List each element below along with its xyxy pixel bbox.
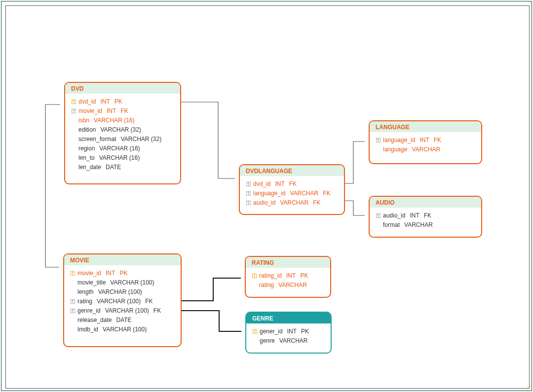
field-name: dvd_id (78, 98, 96, 105)
field-flag: FK (120, 107, 128, 114)
entity-body: ⚿dvd_idINTFK⚿language_idVARCHARFK⚿audio_… (240, 176, 344, 212)
entity-audio[interactable]: AUDIO⚿audio_idINTFKformatVARCHAR (369, 196, 482, 238)
field-flag: FK (313, 199, 320, 206)
field-row: ⚿rating_idINTPK (251, 271, 325, 280)
entity-genre[interactable]: GENRE⚿gener_idINTPKgenreVARCHAR (245, 312, 332, 354)
outer-frame: DVD⚿dvd_idINTPK⚿movie_idINTFKisbnVARCHAR… (1, 1, 532, 391)
field-type: VARCHAR (278, 282, 307, 288)
field-flag: FK (153, 307, 161, 314)
entity-body: ⚿movie_idINTPKmovie_titleVARCHAR (100)le… (64, 265, 181, 339)
field-row: ⚿language_idVARCHARFK (245, 188, 339, 198)
field-flag: PK (114, 98, 122, 105)
field-name: screen_format (78, 136, 116, 143)
field-type: DATE (116, 317, 131, 323)
fk-icon: ⚿ (69, 298, 76, 304)
field-type: VARCHAR (100) (103, 326, 147, 333)
field-row: len_dateDATE (70, 162, 175, 172)
field-type: VARCHAR (16) (94, 117, 134, 124)
field-row: ⚿audio_idINTFK (375, 211, 476, 220)
entity-body: ⚿gener_idINTPKgenreVARCHAR (246, 323, 331, 350)
field-type: VARCHAR (412, 146, 440, 153)
field-type: VARCHAR (100) (97, 298, 141, 305)
field-type: INT (275, 180, 284, 187)
field-name: movie_id (77, 270, 101, 277)
diagram-canvas: DVD⚿dvd_idINTPK⚿movie_idINTFKisbnVARCHAR… (5, 5, 530, 389)
field-row: lengthVARCHAR (100) (69, 287, 176, 296)
field-type: VARCHAR (16) (99, 154, 140, 161)
field-name: language (383, 146, 407, 153)
field-flag: PK (300, 272, 308, 279)
field-name: audio_id (253, 199, 275, 206)
entity-body: ⚿audio_idINTFKformatVARCHAR (370, 208, 481, 234)
entity-movie[interactable]: MOVIE⚿movie_idINTPKmovie_titleVARCHAR (1… (63, 253, 182, 347)
fk-icon: ⚿ (245, 190, 252, 196)
field-type: VARCHAR (100) (110, 279, 154, 286)
field-name: movie_title (77, 279, 106, 286)
watermark: y (527, 383, 530, 391)
field-flag: PK (301, 328, 309, 335)
field-name: length (77, 288, 94, 295)
field-type: VARCHAR (100) (98, 288, 142, 295)
field-row: lmdb_idVARCHAR (100) (69, 324, 176, 334)
field-name: len_to (78, 154, 95, 161)
field-name: edition (78, 126, 96, 133)
field-row: len_toVARCHAR (16) (70, 153, 175, 162)
pk-icon: ⚿ (69, 270, 76, 276)
field-row: ⚿ratingVARCHAR (100)FK (69, 296, 176, 306)
fk-icon: ⚿ (70, 108, 77, 114)
field-name: lmdb_id (77, 326, 98, 333)
field-name: genre (260, 337, 275, 344)
field-row: languageVARCHAR (375, 144, 476, 154)
fk-icon: ⚿ (245, 181, 252, 187)
field-type: VARCHAR (100) (105, 307, 149, 314)
entity-header: DVDLANGUAGE (240, 165, 344, 176)
field-name: genre_id (77, 307, 101, 314)
entity-header: RATING (246, 257, 330, 268)
field-row: isbnVARCHAR (16) (70, 115, 175, 125)
field-type: INT (419, 137, 429, 143)
field-row: ⚿dvd_idINTPK (70, 97, 175, 106)
field-name: release_date (77, 317, 112, 323)
entity-header: LANGUAGE (370, 121, 481, 132)
field-name: rating (259, 282, 274, 288)
field-flag: FK (424, 212, 431, 219)
entity-header: MOVIE (64, 254, 181, 265)
entity-rating[interactable]: RATING⚿rating_idINTPKratingVARCHAR (245, 256, 331, 298)
field-type: INT (287, 328, 297, 335)
field-name: language_id (383, 137, 415, 143)
field-row: ⚿audio_idVARCHARFK (245, 198, 339, 207)
field-flag: FK (323, 190, 330, 197)
field-type: INT (106, 270, 115, 277)
field-name: dvd_id (253, 180, 270, 187)
field-name: len_date (78, 164, 101, 171)
field-row: ⚿gener_idINTPK (251, 326, 326, 336)
field-name: gener_id (260, 328, 283, 335)
field-row: ⚿movie_idINTFK (70, 106, 175, 115)
field-flag: PK (119, 270, 127, 277)
fk-icon: ⚿ (245, 200, 252, 206)
entity-header: GENRE (246, 313, 331, 323)
field-flag: FK (434, 137, 441, 143)
field-type: VARCHAR (32) (100, 126, 141, 133)
entity-header: AUDIO (370, 197, 481, 208)
fk-icon: ⚿ (375, 137, 381, 143)
field-row: ⚿genre_idVARCHAR (100)FK (69, 306, 176, 315)
pk-icon: ⚿ (251, 328, 258, 334)
field-type: INT (100, 98, 110, 105)
entity-header: DVD (65, 83, 180, 94)
pk-icon: ⚿ (251, 273, 258, 279)
field-type: VARCHAR (32) (121, 136, 161, 143)
field-row: ⚿dvd_idINTFK (245, 179, 339, 188)
field-type: INT (107, 107, 116, 114)
pk-icon: ⚿ (70, 99, 77, 105)
field-row: editionVARCHAR (32) (70, 125, 175, 134)
field-row: regionVARCHAR (16) (70, 143, 175, 153)
field-row: release_dateDATE (69, 315, 176, 324)
field-flag: FK (289, 180, 297, 187)
field-name: rating_id (259, 272, 282, 279)
entity-dvd[interactable]: DVD⚿dvd_idINTPK⚿movie_idINTFKisbnVARCHAR… (64, 82, 181, 184)
entity-dvdlanguage[interactable]: DVDLANGUAGE⚿dvd_idINTFK⚿language_idVARCH… (239, 164, 345, 215)
field-type: INT (286, 272, 296, 279)
fk-icon: ⚿ (375, 213, 381, 218)
entity-language[interactable]: LANGUAGE⚿language_idINTFKlanguageVARCHAR (369, 120, 482, 164)
